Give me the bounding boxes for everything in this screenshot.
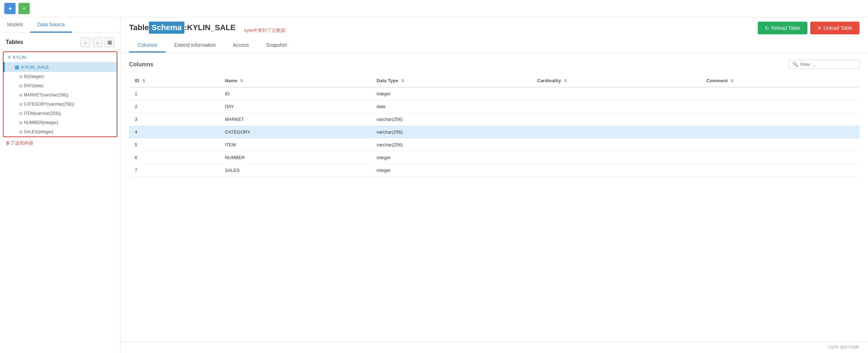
cell-name: CATEGORY — [219, 126, 371, 139]
tree-child-item[interactable]: ⊞ CATEGORY(varchar(256)) — [4, 100, 117, 109]
content-header: Table Schema :KYLIN_SALE kylin中拿到了元数据 ↻ … — [121, 17, 868, 53]
column-icon: ⊞ — [19, 111, 22, 116]
cell-type: varchar(256) — [371, 113, 532, 126]
note-text: kylin中拿到了元数据 — [244, 27, 285, 34]
table-title-row: Table Schema :KYLIN_SALE kylin中拿到了元数据 ↻ … — [129, 22, 859, 34]
cell-name: SALES — [219, 164, 371, 177]
top-bar: ✦ + — [0, 0, 868, 17]
download-btn-2[interactable]: ↓ — [93, 37, 102, 47]
cell-name: DAY — [219, 100, 371, 113]
footer-text: CSDN @岁月的眸 — [828, 345, 859, 349]
cell-id: 6 — [129, 151, 219, 164]
tree-children: ⊞ ID(integer)⊞ DAY(date)⊞ MARKET(varchar… — [4, 72, 117, 136]
tree-child-item[interactable]: ⊞ SALES(integer) — [4, 127, 117, 136]
column-label: NUMBER(integer) — [24, 120, 58, 125]
cell-cardinality — [532, 113, 701, 126]
reload-label: Reload Table — [771, 25, 800, 31]
col-comment[interactable]: Comment ⇅ — [701, 74, 859, 87]
selected-label: KYLIN_SALE — [21, 65, 49, 70]
table-row[interactable]: 4 CATEGORY varchar(256) — [129, 126, 859, 139]
tree-root-kylin[interactable]: ≡ KYLIN — [4, 52, 117, 62]
cell-name: MARKET — [219, 113, 371, 126]
tab-access[interactable]: Access — [224, 39, 257, 52]
column-label: ITEM(varchar(256)) — [24, 111, 61, 116]
table-row[interactable]: 1 ID integer — [129, 87, 859, 100]
column-icon: ⊞ — [19, 84, 22, 88]
cell-type: integer — [371, 164, 532, 177]
tree-item-kylin-sale[interactable]: ▦ KYLIN_SALE — [4, 62, 117, 72]
cell-cardinality — [532, 100, 701, 113]
tree-child-item[interactable]: ⊞ MARKET(varchar(256)) — [4, 90, 117, 100]
main-layout: Models Data Source Tables ↓ ↓ ▦ ≡ KYLIN … — [0, 17, 868, 353]
tab-snapshot[interactable]: Snapshot — [257, 39, 295, 52]
tab-columns[interactable]: Columns — [129, 39, 166, 52]
sort-icon-comment: ⇅ — [730, 79, 734, 83]
table-row[interactable]: 6 NUMBER integer — [129, 151, 859, 164]
tab-extend-information[interactable]: Extend Information — [166, 39, 224, 52]
filter-input[interactable] — [800, 62, 856, 67]
table-row[interactable]: 5 ITEM varchar(256) — [129, 139, 859, 151]
cell-comment — [701, 151, 859, 164]
column-label: SALES(integer) — [24, 129, 53, 134]
cell-type: integer — [371, 87, 532, 100]
column-icon: ⊞ — [19, 102, 22, 107]
grid-btn[interactable]: ▦ — [105, 37, 115, 47]
table-head: ID ⇅ Name ⇅ Data Type ⇅ Cardinality ⇅ Co… — [129, 74, 859, 87]
cell-comment — [701, 126, 859, 139]
tree-child-item[interactable]: ⊞ DAY(date) — [4, 81, 117, 90]
tables-header: Tables ↓ ↓ ▦ — [0, 33, 120, 51]
tab-data-source[interactable]: Data Source — [30, 17, 72, 33]
tables-title: Tables — [6, 39, 23, 45]
tab-models[interactable]: Models — [0, 17, 30, 33]
sort-icon-id: ⇅ — [142, 79, 145, 83]
logo-button[interactable]: ✦ — [4, 3, 16, 14]
columns-title: Columns — [129, 61, 153, 68]
unload-table-button[interactable]: ✕ Unload Table — [810, 22, 859, 34]
column-icon: ⊞ — [19, 74, 22, 79]
cell-comment — [701, 139, 859, 151]
cell-comment — [701, 100, 859, 113]
tree-child-item[interactable]: ⊞ ITEM(varchar(256)) — [4, 109, 117, 118]
content-area: Table Schema :KYLIN_SALE kylin中拿到了元数据 ↻ … — [121, 17, 868, 353]
table-schema-row: Table Schema :KYLIN_SALE — [129, 22, 235, 34]
cell-cardinality — [532, 126, 701, 139]
cell-name: ITEM — [219, 139, 371, 151]
tree-child-item[interactable]: ⊞ NUMBER(integer) — [4, 118, 117, 127]
cell-id: 5 — [129, 139, 219, 151]
unload-icon: ✕ — [817, 25, 822, 31]
action-buttons: ↻ Reload Table ✕ Unload Table — [758, 22, 859, 34]
col-id[interactable]: ID ⇅ — [129, 74, 219, 87]
tree-child-item[interactable]: ⊞ ID(integer) — [4, 72, 117, 81]
unload-label: Unload Table — [824, 25, 852, 31]
filter-box[interactable]: 🔍 — [789, 60, 859, 69]
cell-type: varchar(256) — [371, 126, 532, 139]
column-label: MARKET(varchar(256)) — [24, 93, 68, 97]
root-label: KYLIN — [13, 55, 26, 60]
cell-id: 1 — [129, 87, 219, 100]
table-row[interactable]: 2 DAY date — [129, 100, 859, 113]
search-icon: 🔍 — [792, 62, 798, 67]
sidebar: Models Data Source Tables ↓ ↓ ▦ ≡ KYLIN … — [0, 17, 121, 353]
schema-highlighted: Schema — [149, 22, 184, 34]
col-name[interactable]: Name ⇅ — [219, 74, 371, 87]
tree-note: 多了这些内容 — [0, 137, 120, 149]
download-btn-1[interactable]: ↓ — [80, 37, 90, 47]
sort-icon-type: ⇅ — [401, 79, 404, 83]
add-button[interactable]: + — [18, 3, 30, 14]
reload-table-button[interactable]: ↻ Reload Table — [758, 22, 807, 34]
schema-rest: :KYLIN_SALE — [184, 23, 235, 32]
content-tabs: Columns Extend Information Access Snapsh… — [129, 39, 859, 52]
cell-id: 3 — [129, 113, 219, 126]
cell-cardinality — [532, 139, 701, 151]
col-cardinality[interactable]: Cardinality ⇅ — [532, 74, 701, 87]
sort-icon-cardinality: ⇅ — [564, 79, 567, 83]
content-body: Columns 🔍 ID ⇅ Name ⇅ Data Type ⇅ Cardin… — [121, 53, 868, 341]
cell-comment — [701, 164, 859, 177]
cell-cardinality — [532, 87, 701, 100]
col-data-type[interactable]: Data Type ⇅ — [371, 74, 532, 87]
cell-cardinality — [532, 151, 701, 164]
cell-name: ID — [219, 87, 371, 100]
table-row[interactable]: 3 MARKET varchar(256) — [129, 113, 859, 126]
columns-header: Columns 🔍 — [129, 60, 859, 69]
table-row[interactable]: 7 SALES integer — [129, 164, 859, 177]
